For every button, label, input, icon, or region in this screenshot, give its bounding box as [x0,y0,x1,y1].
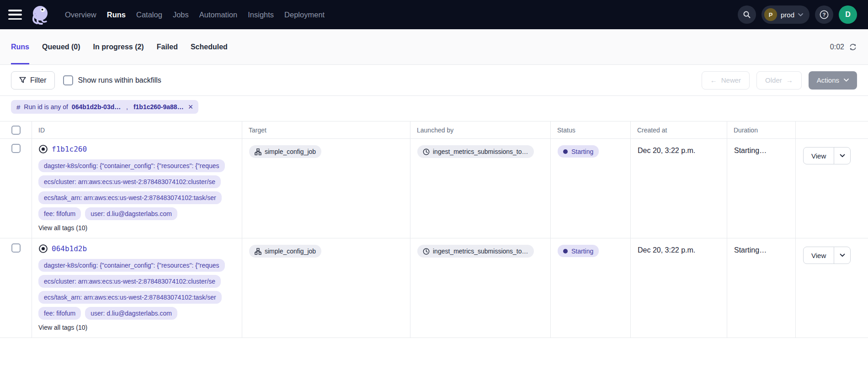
run-tag[interactable]: ecs/cluster: arn:aws:ecs:us-west-2:87848… [38,275,221,288]
run-tag[interactable]: ecs/task_arn: arn:aws:ecs:us-west-2:8784… [38,291,222,304]
status-badge: Starting [558,245,599,257]
view-run-button[interactable]: View [804,247,834,264]
column-header-duration: Duration [727,121,796,138]
run-status-spinner-icon [38,144,48,154]
svg-text:?: ? [822,12,825,17]
help-button[interactable]: ? [815,5,833,24]
clock-icon [423,148,430,155]
nav-item-insights[interactable]: Insights [248,11,274,19]
job-graph-icon [255,148,261,155]
run-status-spinner-icon [38,244,48,253]
show-backfills-checkbox[interactable] [63,75,73,85]
row-checkbox[interactable] [11,144,21,153]
select-all-checkbox[interactable] [11,126,21,135]
duration-value: Starting… [727,238,796,338]
show-backfills-toggle[interactable]: Show runs within backfills [63,75,161,85]
run-tag[interactable]: user: d.liu@dagsterlabs.com [85,207,177,220]
clock-icon [423,248,430,255]
run-tag[interactable]: dagster-k8s/config: {"container_config":… [38,259,225,272]
table-row: f1b1c260 dagster-k8s/config: {"container… [0,139,868,238]
dagster-logo[interactable] [28,3,52,26]
target-pill[interactable]: simple_config_job [249,245,321,258]
older-button[interactable]: Older → [756,71,802,90]
chevron-down-icon [798,13,803,16]
nav-item-jobs[interactable]: Jobs [173,11,189,19]
run-tag[interactable]: ecs/task_arn: arn:aws:ecs:us-west-2:8784… [38,191,222,204]
run-tag[interactable]: fee: fifofum [38,207,81,220]
refresh-countdown: 0:02 [830,43,844,51]
target-label: simple_config_job [265,248,316,255]
column-header-status: Status [551,121,631,138]
refresh-icon[interactable] [849,43,857,51]
deployment-switcher[interactable]: P prod [761,5,809,24]
view-all-tags-link[interactable]: View all tags (10) [38,224,87,232]
newer-label: Newer [721,76,741,84]
column-header-target: Target [242,121,410,138]
hamburger-menu-icon[interactable] [8,10,22,20]
view-run-menu-button[interactable] [834,247,850,264]
target-pill[interactable]: simple_config_job [249,145,321,158]
job-graph-icon [255,248,261,255]
runs-toolbar: Filter Show runs within backfills ← Newe… [0,65,868,96]
primary-nav: Overview Runs Catalog Jobs Automation In… [65,11,325,19]
arrow-right-icon: → [786,76,793,84]
column-header-actions [796,121,868,138]
show-backfills-label: Show runs within backfills [78,76,161,84]
view-run-menu-button[interactable] [834,148,850,164]
help-icon: ? [819,10,829,20]
top-navigation: Overview Runs Catalog Jobs Automation In… [0,0,868,29]
actions-button[interactable]: Actions [809,71,857,90]
nav-item-automation[interactable]: Automation [199,11,237,19]
launched-by-label: ingest_metrics_submissions_to… [433,248,528,255]
run-id-filter-chip[interactable]: # Run id is any of 064b1d2b-03d… , f1b1c… [11,100,198,114]
nav-item-deployment[interactable]: Deployment [284,11,325,19]
status-dot-icon [563,149,568,154]
tab-queued[interactable]: Queued (0) [42,29,80,64]
status-dot-icon [563,249,568,253]
filter-chip-run-id-1: 064b1d2b-03d… [72,103,121,111]
active-filters-row: # Run id is any of 064b1d2b-03d… , f1b1c… [0,96,868,121]
view-run-button[interactable]: View [804,148,834,164]
runs-tabs-bar: Runs Queued (0) In progress (2) Failed S… [0,29,868,65]
launched-by-pill[interactable]: ingest_metrics_submissions_to… [417,145,534,158]
target-label: simple_config_job [265,148,316,155]
nav-item-overview[interactable]: Overview [65,11,96,19]
launched-by-pill[interactable]: ingest_metrics_submissions_to… [417,245,534,258]
tab-scheduled[interactable]: Scheduled [191,29,228,64]
filter-chip-run-id-2: f1b1c260-9a88… [133,103,184,111]
chevron-down-icon [840,154,845,158]
tab-failed[interactable]: Failed [157,29,178,64]
filter-button[interactable]: Filter [11,71,55,90]
run-tag[interactable]: dagster-k8s/config: {"container_config":… [38,159,225,172]
column-header-created-at: Created at [631,121,727,138]
status-label: Starting [571,248,593,255]
filter-chip-prefix: Run id is any of [24,103,68,111]
run-tag[interactable]: fee: fifofum [38,307,81,320]
run-id-link[interactable]: f1b1c260 [52,145,87,153]
deployment-name: prod [781,11,794,19]
newer-button[interactable]: ← Newer [702,71,750,90]
status-badge: Starting [558,145,599,158]
filter-button-label: Filter [30,76,47,84]
nav-item-catalog[interactable]: Catalog [136,11,162,19]
search-button[interactable] [738,5,756,24]
tab-in-progress[interactable]: In progress (2) [93,29,144,64]
search-icon [743,11,751,19]
older-label: Older [765,76,782,84]
run-tag[interactable]: ecs/cluster: arn:aws:ecs:us-west-2:87848… [38,175,221,188]
duration-value: Starting… [727,139,796,238]
launched-by-label: ingest_metrics_submissions_to… [433,148,528,155]
user-avatar[interactable]: D [839,5,857,24]
chevron-down-icon [840,253,845,257]
tab-runs[interactable]: Runs [11,29,29,64]
runs-table: ID Target Launched by Status Created at … [0,121,868,338]
actions-label: Actions [817,76,839,84]
run-tag[interactable]: user: d.liu@dagsterlabs.com [85,307,177,320]
run-id-link[interactable]: 064b1d2b [52,244,87,253]
remove-filter-icon[interactable]: × [187,103,193,111]
column-header-id: ID [32,121,242,138]
column-header-launched-by: Launched by [410,121,551,138]
view-all-tags-link[interactable]: View all tags (10) [38,324,87,331]
row-checkbox[interactable] [11,243,21,253]
nav-item-runs[interactable]: Runs [107,11,126,19]
